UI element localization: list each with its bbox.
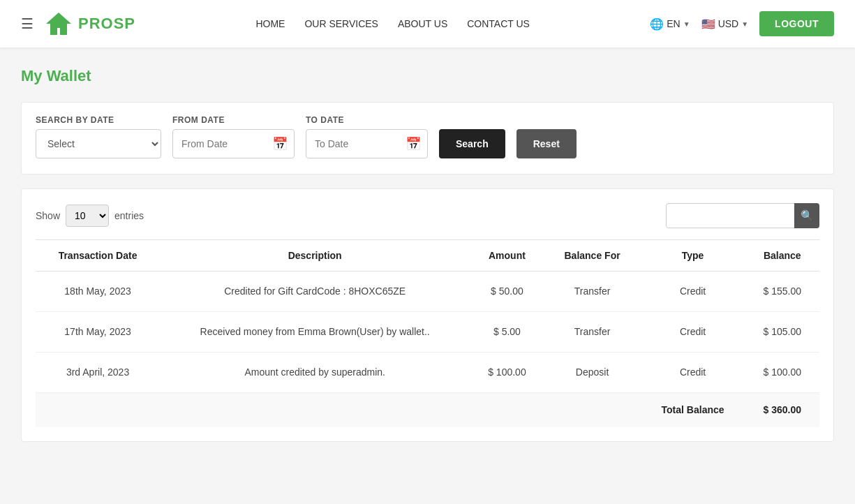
nav-our-services[interactable]: OUR SERVICES xyxy=(304,18,378,29)
col-transaction-date: Transaction Date xyxy=(36,240,160,272)
from-date-label: FROM DATE xyxy=(172,115,295,125)
table-search-button[interactable]: 🔍 xyxy=(794,203,819,228)
total-label: Total Balance xyxy=(641,393,745,428)
search-by-date-field: SEARCH BY DATE Select xyxy=(36,115,161,158)
lang-label: EN xyxy=(667,18,680,29)
col-type: Type xyxy=(641,240,745,272)
from-date-wrapper: 📅 xyxy=(172,129,295,158)
col-amount: Amount xyxy=(470,240,544,272)
total-label-cell xyxy=(36,393,641,428)
cell-balance-for: Transfer xyxy=(544,312,641,353)
nav-contact-us[interactable]: CONTACT US xyxy=(467,18,530,29)
col-balance: Balance xyxy=(745,240,819,272)
table-controls: Show 10 25 50 100 entries 🔍 xyxy=(36,203,819,228)
currency-flag: 🇺🇸 xyxy=(701,17,715,31)
logo-text: PROSP xyxy=(78,15,135,33)
col-description: Description xyxy=(160,240,470,272)
reset-button[interactable]: Reset xyxy=(516,129,577,158)
cell-amount: $ 100.00 xyxy=(470,353,544,393)
cell-balance: $ 155.00 xyxy=(745,272,819,312)
total-row: Total Balance $ 360.00 xyxy=(36,393,819,428)
cell-balance-for: Deposit xyxy=(544,353,641,393)
currency-selector[interactable]: 🇺🇸 USD ▼ xyxy=(701,17,748,31)
cell-balance: $ 105.00 xyxy=(745,312,819,353)
cell-transaction-date: 17th May, 2023 xyxy=(36,312,160,353)
search-button[interactable]: Search xyxy=(439,129,505,158)
table-header-row: Transaction Date Description Amount Bala… xyxy=(36,240,819,272)
lang-flag: 🌐 xyxy=(650,17,664,31)
page-title: My Wallet xyxy=(21,67,834,85)
currency-label: USD xyxy=(718,18,739,29)
lang-chevron-icon: ▼ xyxy=(683,20,690,28)
to-date-calendar-icon[interactable]: 📅 xyxy=(406,136,421,151)
cell-type: Credit xyxy=(641,312,745,353)
header-left: ☰ PROSP xyxy=(21,8,135,39)
search-by-date-label: SEARCH BY DATE xyxy=(36,115,161,125)
search-icon: 🔍 xyxy=(801,209,814,222)
entries-select[interactable]: 10 25 50 100 xyxy=(66,205,109,227)
language-selector[interactable]: 🌐 EN ▼ xyxy=(650,17,690,31)
col-balance-for: Balance For xyxy=(544,240,641,272)
filter-bar: SEARCH BY DATE Select FROM DATE 📅 TO DAT… xyxy=(21,102,834,175)
cell-description: Received money from Emma Brown(User) by … xyxy=(160,312,470,353)
table-row: 18th May, 2023 Credited for Gift CardCod… xyxy=(36,272,819,312)
show-label: Show xyxy=(36,210,60,221)
search-by-date-select[interactable]: Select xyxy=(36,129,161,158)
header-right: 🌐 EN ▼ 🇺🇸 USD ▼ LOGOUT xyxy=(650,11,834,36)
main-nav: HOME OUR SERVICES ABOUT US CONTACT US xyxy=(255,18,530,29)
cell-balance-for: Transfer xyxy=(544,272,641,312)
cell-type: Credit xyxy=(641,272,745,312)
from-date-calendar-icon[interactable]: 📅 xyxy=(272,136,288,151)
svg-marker-0 xyxy=(46,13,71,35)
to-date-field: TO DATE 📅 xyxy=(306,115,428,158)
cell-amount: $ 50.00 xyxy=(470,272,544,312)
cell-description: Amount credited by superadmin. xyxy=(160,353,470,393)
show-entries: Show 10 25 50 100 entries xyxy=(36,205,144,227)
hamburger-icon[interactable]: ☰ xyxy=(21,15,34,32)
cell-balance: $ 100.00 xyxy=(745,353,819,393)
currency-chevron-icon: ▼ xyxy=(741,20,748,28)
to-date-label: TO DATE xyxy=(306,115,428,125)
filter-row: SEARCH BY DATE Select FROM DATE 📅 TO DAT… xyxy=(36,115,819,158)
to-date-wrapper: 📅 xyxy=(306,129,428,158)
table-row: 3rd April, 2023 Amount credited by super… xyxy=(36,353,819,393)
entries-label: entries xyxy=(114,210,144,221)
logo: PROSP xyxy=(43,8,135,39)
cell-amount: $ 5.00 xyxy=(470,312,544,353)
page-content: My Wallet SEARCH BY DATE Select FROM DAT… xyxy=(0,47,855,461)
cell-type: Credit xyxy=(641,353,745,393)
nav-about-us[interactable]: ABOUT US xyxy=(398,18,447,29)
total-value: $ 360.00 xyxy=(745,393,819,428)
logout-button[interactable]: LOGOUT xyxy=(759,11,834,36)
table-search-wrapper: 🔍 xyxy=(666,203,819,228)
transactions-table: Transaction Date Description Amount Bala… xyxy=(36,239,819,427)
header: ☰ PROSP HOME OUR SERVICES ABOUT US CONTA… xyxy=(0,0,855,47)
cell-transaction-date: 18th May, 2023 xyxy=(36,272,160,312)
cell-description: Credited for Gift CardCode : 8HOXC65ZE xyxy=(160,272,470,312)
nav-home[interactable]: HOME xyxy=(255,18,285,29)
table-section: Show 10 25 50 100 entries 🔍 Transactio xyxy=(21,188,834,442)
logo-icon xyxy=(43,8,74,39)
cell-transaction-date: 3rd April, 2023 xyxy=(36,353,160,393)
from-date-field: FROM DATE 📅 xyxy=(172,115,295,158)
table-row: 17th May, 2023 Received money from Emma … xyxy=(36,312,819,353)
